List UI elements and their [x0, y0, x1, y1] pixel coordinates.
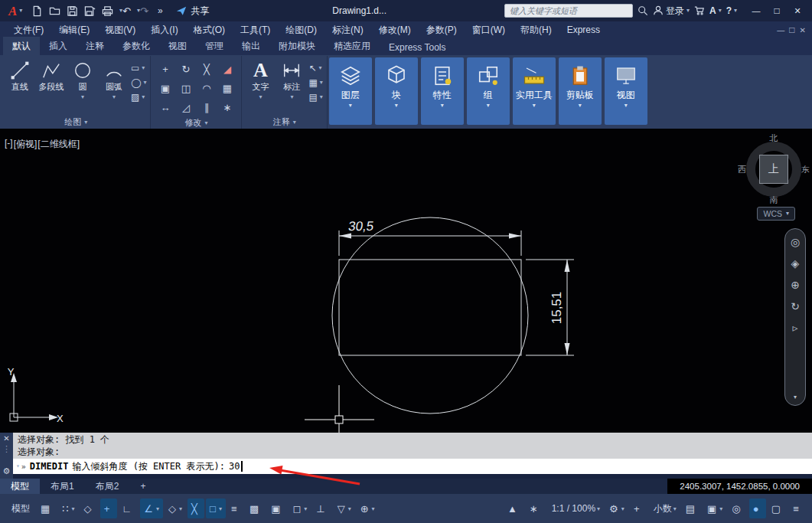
- mirror-tool[interactable]: ◫: [175, 79, 196, 98]
- draw-panel-label[interactable]: 绘图: [2, 116, 150, 129]
- selection-filtering-toggle[interactable]: ▽ ▾: [334, 498, 355, 518]
- lineweight-toggle[interactable]: ≡: [227, 498, 244, 518]
- sign-in-button[interactable]: 登录: [653, 5, 690, 18]
- copy-tool[interactable]: ▣: [155, 79, 175, 98]
- rectangle-tool[interactable]: ▭: [131, 63, 146, 74]
- chevron-down-icon[interactable]: [794, 394, 797, 400]
- groups-panel-button[interactable]: 组: [467, 57, 510, 125]
- undo-button[interactable]: [117, 3, 132, 18]
- line-tool[interactable]: 直线: [5, 58, 34, 116]
- ribbon-tab[interactable]: 默认: [3, 37, 40, 55]
- menubar-item[interactable]: 修改(M): [371, 21, 419, 38]
- doc-restore-button[interactable]: [789, 25, 794, 35]
- arc-tool[interactable]: 圆弧: [99, 58, 129, 116]
- doc-minimize-button[interactable]: [777, 26, 784, 34]
- drag-handle-icon[interactable]: [2, 446, 11, 453]
- clipboard-panel-button[interactable]: 剪贴板: [559, 57, 602, 125]
- leader-tool[interactable]: ↖: [308, 63, 322, 74]
- drawing-canvas[interactable]: 30,5 15,51 Y X: [0, 129, 812, 433]
- dynamic-input-toggle[interactable]: +: [100, 498, 117, 518]
- menubar-item[interactable]: Express: [559, 21, 608, 38]
- showmotion-button[interactable]: [792, 322, 797, 333]
- menubar-item[interactable]: 帮助(H): [513, 21, 559, 38]
- 3d-object-snap-toggle[interactable]: ◻ ▾: [289, 498, 311, 518]
- new-file-button[interactable]: [29, 3, 44, 18]
- rotate-tool[interactable]: ↻: [175, 60, 196, 79]
- command-close-icon[interactable]: [3, 435, 9, 443]
- orbit-button[interactable]: [791, 301, 800, 312]
- gizmo-toggle[interactable]: ⊕ ▾: [357, 498, 379, 518]
- doc-close-button[interactable]: [800, 26, 806, 34]
- share-button[interactable]: 共享: [171, 5, 214, 18]
- isometric-drafting-toggle[interactable]: ◇ ▾: [165, 498, 186, 518]
- annotation-visibility-toggle[interactable]: ▲: [504, 498, 524, 518]
- save-button[interactable]: [64, 3, 80, 18]
- utilities-panel-button[interactable]: 实用工具: [513, 57, 556, 125]
- command-input-row[interactable]: DIMEDIT 输入倾斜角度 (按 ENTER 表示无): 30: [13, 459, 812, 474]
- selection-cycling-toggle[interactable]: ▣: [267, 498, 287, 518]
- help-button[interactable]: ?: [726, 5, 737, 16]
- viewcube-south-label[interactable]: 南: [770, 196, 778, 204]
- quick-properties-toggle[interactable]: ▤: [682, 498, 702, 518]
- customization-button[interactable]: ≡: [789, 498, 806, 518]
- scale-tool[interactable]: ◿: [175, 98, 196, 117]
- menubar-item[interactable]: 窗口(W): [465, 21, 513, 38]
- dynamic-ucs-toggle[interactable]: ⊥: [312, 498, 331, 518]
- viewcube[interactable]: 北 南 西 东 上: [741, 136, 807, 202]
- menubar-item[interactable]: 标注(N): [324, 21, 371, 38]
- grid-display-toggle[interactable]: ▦: [37, 498, 57, 518]
- app-store-button[interactable]: [694, 5, 705, 16]
- layout-tab-layout1[interactable]: 布局1: [40, 479, 85, 494]
- hatch-tool[interactable]: ▨: [131, 92, 146, 103]
- array-tool[interactable]: ▦: [217, 79, 237, 98]
- ribbon-tab[interactable]: 管理: [196, 37, 233, 55]
- recent-commands-icon[interactable]: [16, 463, 26, 471]
- block-panel-button[interactable]: 块: [375, 57, 418, 125]
- viewcube-top-face[interactable]: 上: [759, 155, 788, 184]
- ribbon-tab[interactable]: 视图: [159, 37, 196, 55]
- app-menu-button[interactable]: A: [5, 5, 26, 18]
- menubar-item[interactable]: 参数(P): [419, 21, 465, 38]
- ribbon-tab[interactable]: Express Tools: [380, 39, 455, 55]
- command-input-value[interactable]: 30: [229, 461, 240, 472]
- more-commands-button[interactable]: [152, 3, 168, 18]
- viewcube-north-label[interactable]: 北: [770, 134, 778, 142]
- ribbon-tab[interactable]: 注释: [77, 37, 113, 55]
- modify-panel-label[interactable]: 修改: [151, 117, 241, 129]
- markup-tool[interactable]: ▤: [308, 92, 322, 103]
- move-tool[interactable]: +: [155, 60, 175, 79]
- menubar-item[interactable]: 编辑(E): [51, 21, 97, 38]
- workspace-switching-button[interactable]: ⚙ ▾: [605, 498, 628, 518]
- customize-wrench-icon[interactable]: [3, 466, 11, 476]
- layout-tab-model[interactable]: 模型: [0, 479, 40, 494]
- trim-tool[interactable]: ╳: [196, 60, 217, 79]
- viewport-menu-control[interactable]: [-]: [5, 138, 13, 151]
- explode-tool[interactable]: ∗: [217, 98, 237, 117]
- ellipse-tool[interactable]: ◯: [131, 77, 146, 88]
- menubar-item[interactable]: 工具(T): [233, 21, 278, 38]
- save-as-button[interactable]: [82, 3, 97, 18]
- menubar-item[interactable]: 绘图(D): [278, 21, 324, 38]
- view-control[interactable]: [俯视]: [14, 138, 38, 151]
- menubar-item[interactable]: 视图(V): [97, 21, 143, 38]
- table-tool[interactable]: ▦: [308, 77, 322, 88]
- autoscale-toggle[interactable]: ∗: [526, 498, 545, 518]
- ribbon-tab[interactable]: 插入: [40, 37, 77, 55]
- plot-button[interactable]: [99, 3, 115, 18]
- navigation-wheel-button[interactable]: [791, 237, 800, 247]
- close-button[interactable]: [788, 3, 807, 18]
- ribbon-tab[interactable]: 精选应用: [324, 37, 380, 55]
- pan-button[interactable]: [791, 258, 800, 269]
- clean-screen-toggle[interactable]: ▢: [768, 498, 788, 518]
- ortho-mode-toggle[interactable]: ∟: [119, 498, 139, 518]
- lock-ui-button[interactable]: ▣ ▾: [703, 498, 726, 518]
- wcs-dropdown[interactable]: WCS: [757, 207, 795, 221]
- ribbon-tab[interactable]: 输出: [233, 37, 269, 55]
- units-button[interactable]: 小数 ▾: [648, 498, 680, 518]
- visual-style-control[interactable]: [二维线框]: [38, 138, 80, 151]
- dimension-tool[interactable]: 标注: [277, 58, 306, 116]
- properties-panel-button[interactable]: 特性: [421, 57, 464, 125]
- layout-tab-layout2[interactable]: 布局2: [85, 479, 130, 494]
- maximize-button[interactable]: [767, 3, 787, 18]
- transparency-toggle[interactable]: ▩: [246, 498, 266, 518]
